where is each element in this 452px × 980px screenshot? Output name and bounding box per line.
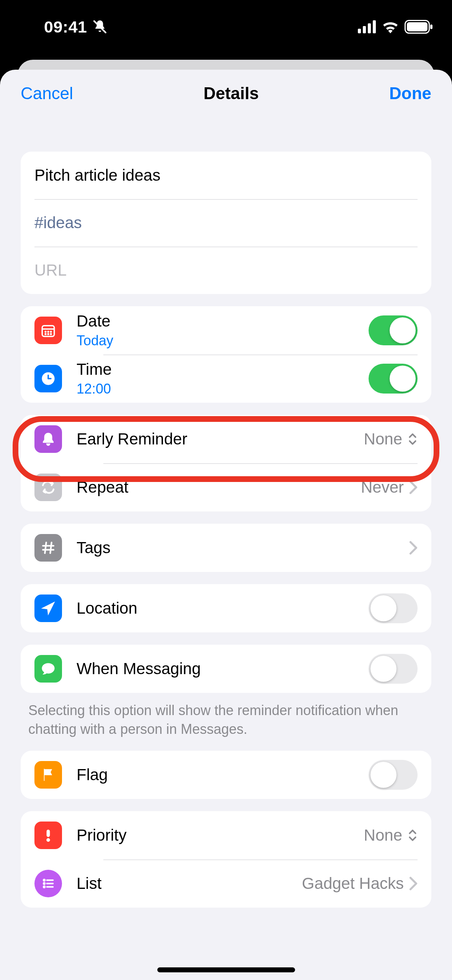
repeat-label: Repeat — [77, 478, 361, 497]
early-reminder-row[interactable]: Early Reminder None — [21, 415, 431, 463]
flag-label: Flag — [77, 766, 369, 784]
wifi-icon — [382, 20, 399, 33]
list-icon — [34, 870, 62, 897]
calendar-icon — [34, 317, 62, 344]
priority-label: Priority — [77, 826, 364, 844]
svg-point-21 — [43, 879, 46, 882]
location-label: Location — [77, 599, 369, 617]
svg-rect-7 — [430, 24, 432, 29]
silent-mode-icon — [92, 19, 108, 34]
svg-rect-3 — [368, 23, 371, 33]
navigation-bar: Cancel Details Done — [0, 70, 452, 117]
svg-point-11 — [47, 331, 49, 333]
priority-list-group: Priority None List Gadget Hacks — [21, 811, 431, 908]
cellular-signal-icon — [358, 20, 376, 33]
svg-rect-1 — [358, 29, 361, 33]
early-reminder-value: None — [364, 430, 402, 448]
hash-icon — [34, 534, 62, 562]
priority-value: None — [364, 826, 402, 844]
done-button[interactable]: Done — [389, 84, 431, 103]
location-arrow-icon — [34, 595, 62, 622]
list-value: Gadget Hacks — [302, 874, 404, 893]
svg-point-15 — [50, 333, 52, 335]
date-value: Today — [77, 333, 369, 349]
updown-icon — [408, 828, 418, 842]
messaging-group: When Messaging — [21, 645, 431, 693]
exclamation-icon — [34, 822, 62, 849]
date-row[interactable]: Date Today — [21, 306, 431, 354]
early-reminder-label: Early Reminder — [77, 430, 364, 448]
location-group: Location — [21, 584, 431, 632]
datetime-group: Date Today Time 12:00 — [21, 306, 431, 403]
page-title: Details — [204, 84, 259, 103]
clock-icon — [34, 365, 62, 392]
chevron-right-icon — [409, 541, 418, 555]
title-group: Pitch article ideas #ideas URL — [21, 152, 431, 294]
time-value: 12:00 — [77, 381, 369, 397]
bell-icon — [34, 425, 62, 453]
tags-label: Tags — [77, 539, 409, 557]
message-icon — [34, 655, 62, 683]
messaging-footnote: Selecting this option will show the remi… — [0, 693, 452, 738]
svg-rect-4 — [373, 20, 376, 33]
list-label: List — [77, 874, 302, 893]
tags-row[interactable]: Tags — [21, 524, 431, 572]
svg-point-14 — [47, 333, 49, 335]
svg-point-20 — [47, 839, 50, 842]
location-row[interactable]: Location — [21, 584, 431, 632]
svg-point-12 — [50, 331, 52, 333]
location-toggle[interactable] — [369, 593, 418, 623]
repeat-row[interactable]: Repeat Never — [21, 463, 431, 511]
details-sheet: Cancel Details Done Pitch article ideas … — [0, 70, 452, 980]
svg-point-13 — [45, 333, 46, 335]
time-label: Time — [77, 360, 369, 379]
flag-group: Flag — [21, 751, 431, 799]
flag-toggle[interactable] — [369, 760, 418, 790]
messaging-label: When Messaging — [77, 660, 369, 678]
repeat-icon — [34, 474, 62, 501]
svg-point-22 — [43, 882, 46, 885]
updown-icon — [408, 432, 418, 446]
reminder-title-field[interactable]: Pitch article ideas — [21, 152, 431, 199]
priority-row[interactable]: Priority None — [21, 811, 431, 859]
repeat-value: Never — [361, 478, 404, 497]
time-row[interactable]: Time 12:00 — [21, 354, 431, 403]
tags-group: Tags — [21, 524, 431, 572]
messaging-toggle[interactable] — [369, 654, 418, 684]
status-time: 09:41 — [44, 18, 87, 36]
time-toggle[interactable] — [369, 364, 418, 394]
home-indicator[interactable] — [157, 967, 295, 972]
flag-icon — [34, 761, 62, 789]
svg-rect-2 — [363, 26, 366, 33]
svg-rect-6 — [407, 22, 428, 31]
status-bar: 09:41 — [0, 0, 452, 54]
battery-icon — [405, 20, 433, 34]
svg-point-10 — [45, 331, 46, 333]
svg-rect-19 — [47, 830, 50, 837]
reminder-notes-field[interactable]: #ideas — [21, 199, 431, 247]
chevron-right-icon — [409, 877, 418, 890]
messaging-row[interactable]: When Messaging — [21, 645, 431, 693]
reminder-repeat-group: Early Reminder None Repeat Never — [21, 415, 431, 511]
cancel-button[interactable]: Cancel — [21, 84, 73, 103]
list-row[interactable]: List Gadget Hacks — [21, 859, 431, 908]
date-toggle[interactable] — [369, 315, 418, 345]
svg-point-23 — [43, 886, 46, 888]
date-label: Date — [77, 312, 369, 330]
flag-row[interactable]: Flag — [21, 751, 431, 799]
chevron-right-icon — [409, 480, 418, 494]
reminder-url-field[interactable]: URL — [21, 247, 431, 294]
